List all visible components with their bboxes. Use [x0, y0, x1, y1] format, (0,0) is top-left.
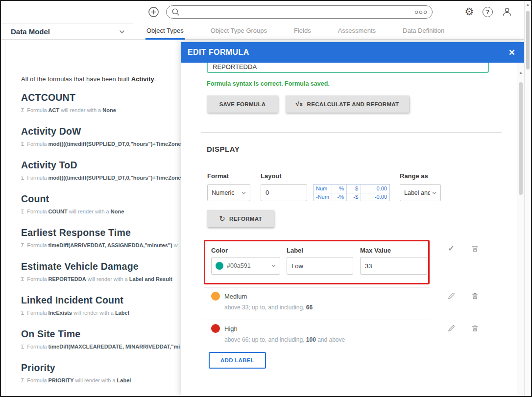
- format-label: Format: [207, 172, 229, 180]
- sigma-icon: Σ: [21, 277, 24, 282]
- search-input[interactable]: [183, 8, 411, 16]
- color-value: #00a591: [227, 262, 269, 269]
- desc-code: REPORTEDDA: [48, 276, 86, 282]
- more-options-icon[interactable]: [414, 10, 427, 15]
- desc-code: IncExists: [48, 310, 72, 316]
- intro-suffix: .: [154, 75, 156, 83]
- scrollbar-thumb[interactable]: [519, 82, 523, 195]
- desc-render: Label: [117, 377, 131, 383]
- help-glyph: ?: [486, 9, 489, 16]
- desc-code: mod((((timediff(SUPPLIED_DT,0,"hours")+T…: [48, 141, 181, 147]
- desc-code: timeDiff(MAXCLEAREDDATE, MINARRIVEDDAT,"…: [48, 344, 180, 350]
- chevron-down-icon: [271, 264, 276, 267]
- format-value: Numeric: [212, 189, 235, 196]
- range-desc-suffix: and above: [316, 336, 345, 343]
- range-as-label: Range as: [400, 172, 428, 180]
- annotation-highlight: Color Label Max Value #00a591: [204, 240, 430, 284]
- desc-prefix: Formula: [27, 107, 48, 113]
- page-scrollbar[interactable]: ▲: [524, 1, 531, 396]
- range-as-value: Label and: [404, 189, 430, 196]
- range-name: High: [224, 325, 238, 332]
- formula-input[interactable]: REPORTEDDA: [207, 63, 489, 73]
- preview-cell: Num: [314, 185, 332, 193]
- max-value-input[interactable]: [360, 257, 427, 275]
- chevron-down-icon: [119, 30, 125, 34]
- desc-render: None: [111, 209, 124, 214]
- scrollbar-thumb[interactable]: [526, 11, 530, 70]
- desc-prefix: Formula: [27, 175, 48, 181]
- desc-mid: will render with a: [59, 107, 102, 113]
- search-bar[interactable]: [166, 5, 433, 19]
- range-name: Medium: [224, 293, 247, 300]
- color-label: Color: [211, 247, 228, 254]
- desc-code: PRIORITY: [48, 377, 74, 383]
- tab-fields[interactable]: Fields: [293, 23, 312, 40]
- chevron-down-icon: [432, 191, 436, 194]
- desc-mid: will render with a: [68, 209, 111, 214]
- desc-code: COUNT: [48, 209, 68, 214]
- desc-prefix: Formula: [27, 209, 48, 214]
- range-description: above 66; up to, and including, 100 and …: [224, 336, 345, 343]
- help-icon[interactable]: ?: [483, 7, 493, 17]
- range-description: above 33; up to, and including, 66: [224, 304, 313, 311]
- delete-icon[interactable]: [470, 323, 480, 333]
- edit-formula-modal: EDIT FORMULA ✕ REPORTEDDA Formula syntax…: [181, 42, 524, 396]
- formula-status-message: Formula syntax is correct. Formula saved…: [207, 80, 330, 87]
- label-input[interactable]: [287, 257, 353, 275]
- sigma-icon: Σ: [21, 209, 24, 214]
- data-model-label: Data Model: [11, 27, 50, 36]
- tab-object-type-groups[interactable]: Object Type Groups: [210, 23, 268, 40]
- sigma-icon: Σ: [21, 378, 24, 383]
- desc-prefix: Formula: [27, 310, 48, 316]
- confirm-check-icon[interactable]: ✓: [446, 243, 456, 253]
- sigma-icon: Σ: [21, 175, 24, 181]
- section-divider: [201, 132, 502, 133]
- format-select[interactable]: Numeric: [207, 184, 250, 201]
- sigma-icon: Σ: [21, 310, 24, 316]
- row-divider: [204, 287, 430, 288]
- modal-header: EDIT FORMULA ✕: [181, 42, 524, 63]
- desc-mid: will render with a: [72, 310, 115, 316]
- layout-input[interactable]: [261, 184, 307, 201]
- tab-object-types[interactable]: Object Types: [145, 23, 185, 40]
- add-label-button[interactable]: ADD LABEL: [209, 352, 266, 369]
- color-select[interactable]: #00a591: [211, 257, 280, 275]
- user-icon[interactable]: [501, 6, 513, 18]
- sigma-icon: Σ: [21, 243, 24, 248]
- desc-prefix: Formula: [27, 242, 48, 248]
- add-icon[interactable]: [148, 6, 159, 18]
- desc-prefix: Formula: [27, 344, 48, 350]
- delete-icon[interactable]: [470, 291, 480, 301]
- edit-pencil-icon[interactable]: [446, 291, 456, 301]
- range-as-select[interactable]: Label and: [400, 184, 441, 201]
- reformat-label: REFORMAT: [229, 216, 262, 222]
- desc-render: Label and Result: [129, 276, 172, 282]
- delete-icon[interactable]: [470, 243, 480, 253]
- preview-cell: 0.00: [361, 185, 389, 193]
- recalculate-button[interactable]: √x RECALCULATE AND REFORMAT: [286, 95, 409, 113]
- scroll-up-icon[interactable]: ▲: [517, 70, 524, 75]
- display-section-heading: DISPLAY: [207, 145, 240, 153]
- desc-code: ACT: [48, 107, 60, 113]
- reformat-button[interactable]: ↻ REFORMAT: [207, 210, 274, 227]
- max-value-label: Max Value: [360, 247, 391, 254]
- scroll-up-icon[interactable]: ▲: [525, 2, 531, 7]
- tab-data-definition[interactable]: Data Definition: [402, 23, 445, 40]
- intro-object-type: Activity: [131, 75, 154, 83]
- desc-code: timeDiff(ARRIVEDDAT, ASSIGNEDDA,"minutes…: [48, 242, 172, 248]
- data-model-dropdown[interactable]: Data Model: [1, 23, 133, 40]
- desc-render: None: [102, 107, 116, 113]
- save-formula-button[interactable]: SAVE FORMULA: [207, 95, 278, 113]
- sigma-icon: Σ: [21, 344, 24, 350]
- color-swatch: [216, 262, 223, 270]
- row-divider: [204, 320, 430, 320]
- range-desc-value: 66: [306, 304, 313, 311]
- tab-assessments[interactable]: Assessments: [337, 23, 377, 40]
- preview-cell: -Num: [314, 193, 332, 201]
- edit-pencil-icon[interactable]: [446, 323, 456, 333]
- settings-icon[interactable]: ⚙: [463, 6, 475, 18]
- nav-bar: Data Model Object Types Object Type Grou…: [1, 23, 531, 40]
- desc-mid: will render with a: [74, 377, 117, 383]
- modal-scrollbar[interactable]: ▲: [517, 63, 524, 396]
- close-icon[interactable]: ✕: [508, 47, 515, 58]
